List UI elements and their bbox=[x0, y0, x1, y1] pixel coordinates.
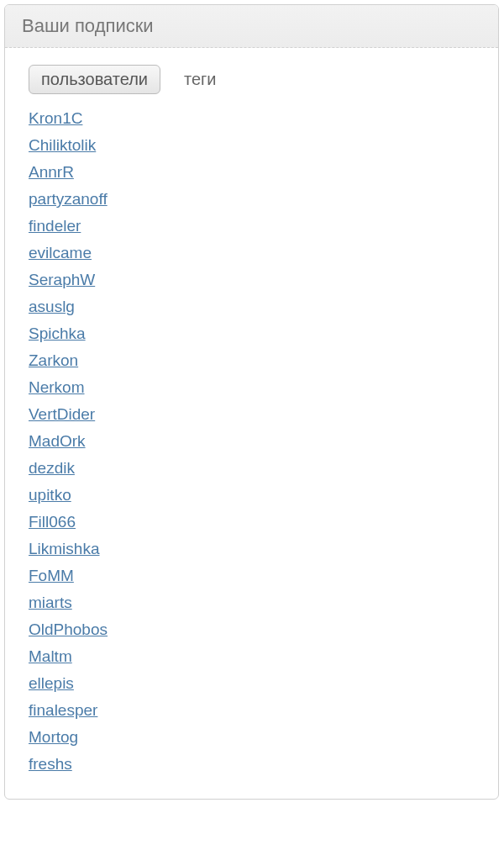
user-link[interactable]: finalesper bbox=[29, 701, 97, 719]
list-item: Chiliktolik bbox=[29, 136, 475, 155]
list-item: evilcame bbox=[29, 244, 475, 262]
user-link[interactable]: Fill066 bbox=[29, 513, 76, 531]
subscriptions-panel: Ваши подписки пользователи теги Kron1CCh… bbox=[4, 4, 499, 800]
user-link[interactable]: Maltm bbox=[29, 647, 72, 665]
user-link[interactable]: Chiliktolik bbox=[29, 136, 96, 154]
user-link[interactable]: SeraphW bbox=[29, 271, 95, 288]
list-item: Fill066 bbox=[29, 513, 475, 531]
user-link[interactable]: Likmishka bbox=[29, 540, 99, 557]
list-item: finalesper bbox=[29, 701, 475, 720]
list-item: Mortog bbox=[29, 728, 475, 747]
list-item: dezdik bbox=[29, 459, 475, 478]
list-item: findeler bbox=[29, 217, 475, 235]
list-item: asuslg bbox=[29, 298, 475, 316]
user-link[interactable]: asuslg bbox=[29, 298, 75, 315]
list-item: SeraphW bbox=[29, 271, 475, 289]
list-item: FoMM bbox=[29, 567, 475, 585]
list-item: OldPhobos bbox=[29, 620, 475, 639]
panel-title: Ваши подписки bbox=[22, 15, 481, 37]
user-link[interactable]: dezdik bbox=[29, 459, 75, 477]
user-link[interactable]: findeler bbox=[29, 217, 81, 235]
list-item: Spichka bbox=[29, 325, 475, 343]
user-link[interactable]: OldPhobos bbox=[29, 620, 108, 638]
user-link[interactable]: freshs bbox=[29, 755, 72, 773]
user-link[interactable]: FoMM bbox=[29, 567, 74, 584]
tab-tags[interactable]: теги bbox=[184, 70, 217, 89]
list-item: upitko bbox=[29, 486, 475, 504]
list-item: freshs bbox=[29, 755, 475, 774]
tabs: пользователи теги bbox=[29, 65, 475, 94]
user-list: Kron1CChiliktolikAnnrRpartyzanofffindele… bbox=[29, 109, 475, 774]
user-link[interactable]: MadOrk bbox=[29, 432, 86, 450]
user-link[interactable]: evilcame bbox=[29, 244, 92, 261]
list-item: AnnrR bbox=[29, 163, 475, 182]
tab-users[interactable]: пользователи bbox=[29, 65, 160, 94]
list-item: MadOrk bbox=[29, 432, 475, 451]
list-item: VertDider bbox=[29, 405, 475, 424]
user-link[interactable]: ellepis bbox=[29, 674, 74, 692]
list-item: ellepis bbox=[29, 674, 475, 693]
list-item: miarts bbox=[29, 594, 475, 612]
user-link[interactable]: Kron1C bbox=[29, 109, 82, 127]
list-item: Nerkom bbox=[29, 378, 475, 397]
list-item: partyzanoff bbox=[29, 190, 475, 209]
user-link[interactable]: Mortog bbox=[29, 728, 78, 746]
panel-header: Ваши подписки bbox=[5, 5, 498, 48]
user-link[interactable]: Zarkon bbox=[29, 351, 78, 369]
user-link[interactable]: Spichka bbox=[29, 325, 86, 342]
list-item: Zarkon bbox=[29, 351, 475, 370]
list-item: Maltm bbox=[29, 647, 475, 666]
user-link[interactable]: Nerkom bbox=[29, 378, 85, 396]
user-link[interactable]: AnnrR bbox=[29, 163, 74, 181]
user-link[interactable]: miarts bbox=[29, 594, 72, 611]
panel-body: пользователи теги Kron1CChiliktolikAnnrR… bbox=[5, 48, 498, 799]
user-link[interactable]: partyzanoff bbox=[29, 190, 108, 208]
list-item: Likmishka bbox=[29, 540, 475, 558]
user-link[interactable]: upitko bbox=[29, 486, 71, 504]
list-item: Kron1C bbox=[29, 109, 475, 128]
user-link[interactable]: VertDider bbox=[29, 405, 95, 423]
